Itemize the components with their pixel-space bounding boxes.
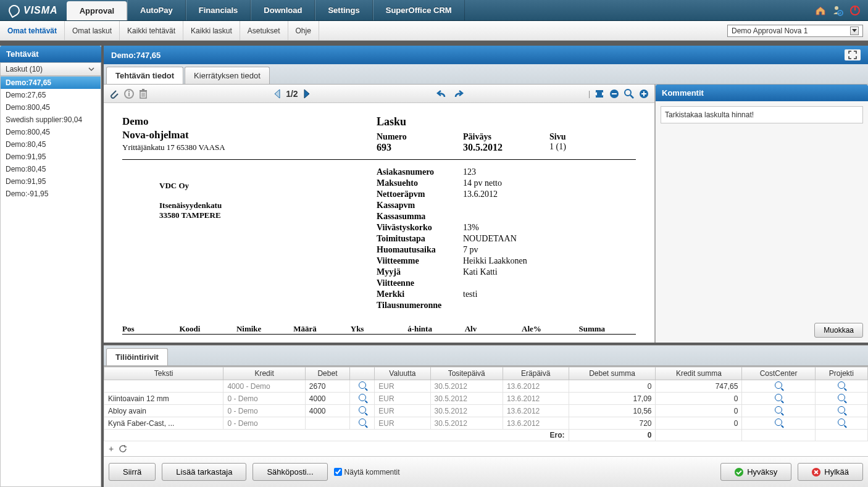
subnav-3[interactable]: Kaikki laskut xyxy=(183,21,240,40)
task-item[interactable]: Demo:27,65 xyxy=(1,89,101,101)
nav-tab-download[interactable]: Download xyxy=(251,0,315,20)
cell[interactable]: 30.5.2012 xyxy=(430,393,503,405)
redo-icon[interactable] xyxy=(452,88,464,99)
prev-page-icon[interactable] xyxy=(272,88,283,99)
home-icon[interactable] xyxy=(815,5,826,16)
lookup-icon[interactable] xyxy=(838,394,845,401)
grid-col[interactable]: Debet summa xyxy=(569,367,656,380)
nav-tab-superoffice-crm[interactable]: SuperOffice CRM xyxy=(373,0,465,20)
fit-width-icon[interactable] xyxy=(594,88,605,99)
doc-tab-0[interactable]: Tehtävän tiedot xyxy=(106,67,183,84)
lookup-icon[interactable] xyxy=(775,394,782,401)
cell[interactable]: 0 xyxy=(656,405,742,417)
task-item[interactable]: Swedish supplier:90,04 xyxy=(1,114,101,126)
user-settings-icon[interactable] xyxy=(832,5,843,16)
cell[interactable]: Abloy avain xyxy=(104,405,223,417)
cell[interactable]: 10,56 xyxy=(569,405,656,417)
task-item[interactable]: Demo:-91,95 xyxy=(1,188,101,200)
power-icon[interactable] xyxy=(849,5,861,16)
subnav-2[interactable]: Kaikki tehtävät xyxy=(120,21,183,40)
cell[interactable]: EUR xyxy=(375,417,430,430)
expand-icon[interactable] xyxy=(845,49,861,60)
task-item[interactable]: Demo:80,45 xyxy=(1,138,101,151)
nav-tab-autopay[interactable]: AutoPay xyxy=(127,0,186,20)
lookup-icon[interactable] xyxy=(775,406,782,414)
task-item[interactable]: Demo:747,65 xyxy=(1,77,101,89)
nav-tab-approval[interactable]: Approval xyxy=(67,1,127,20)
lookup-icon[interactable] xyxy=(359,418,366,426)
cell[interactable]: Kiintoavain 12 mm xyxy=(104,393,223,405)
lookup-icon[interactable] xyxy=(838,381,845,389)
task-item[interactable]: Demo:800,45 xyxy=(1,101,101,114)
lookup-icon[interactable] xyxy=(359,406,366,414)
grid-col[interactable]: Eräpäivä xyxy=(503,367,569,380)
grid-col[interactable]: Teksti xyxy=(104,367,223,380)
cell[interactable]: 0 - Demo xyxy=(223,417,305,430)
cell[interactable]: 747,65 xyxy=(656,380,742,393)
cell[interactable] xyxy=(305,417,349,430)
cell[interactable]: 30.5.2012 xyxy=(430,380,503,393)
task-item[interactable]: Demo:91,95 xyxy=(1,151,101,163)
task-item[interactable]: Demo:91,95 xyxy=(1,175,101,188)
cell[interactable]: EUR xyxy=(375,380,430,393)
approve-button[interactable]: Hyväksy xyxy=(720,463,791,481)
grid-col[interactable]: Kredit summa xyxy=(656,367,742,380)
subnav-0[interactable]: Omat tehtävät xyxy=(0,21,65,40)
lookup-icon[interactable] xyxy=(775,381,782,389)
nav-tab-financials[interactable]: Financials xyxy=(186,0,251,20)
grid-col[interactable] xyxy=(350,367,375,380)
table-row[interactable]: Kiintoavain 12 mm0 - Demo4000EUR30.5.201… xyxy=(104,393,868,405)
lookup-icon[interactable] xyxy=(775,418,782,426)
lookup-icon[interactable] xyxy=(359,381,366,389)
cell[interactable]: 13.6.2012 xyxy=(503,393,569,405)
zoom-in-icon[interactable] xyxy=(638,88,649,99)
task-item[interactable]: Demo:80,45 xyxy=(1,163,101,175)
cell[interactable]: 13.6.2012 xyxy=(503,405,569,417)
cell[interactable]: 13.6.2012 xyxy=(503,417,569,430)
grid-col[interactable]: Kredit xyxy=(223,367,305,380)
lookup-icon[interactable] xyxy=(359,394,366,401)
grid-col[interactable]: Debet xyxy=(305,367,349,380)
table-row[interactable]: 4000 - Demo2670EUR30.5.201213.6.20120747… xyxy=(104,380,868,393)
show-comments-checkbox[interactable]: Näytä kommentit xyxy=(334,468,400,477)
zoom-icon[interactable] xyxy=(624,88,635,99)
cell[interactable]: 0 xyxy=(569,380,656,393)
environment-select[interactable]: Demo Approval Nova 1 xyxy=(727,25,863,37)
show-comments-input[interactable] xyxy=(334,468,342,476)
grid-col[interactable]: Valuutta xyxy=(375,367,430,380)
doc-tab-1[interactable]: Kierrätyksen tiedot xyxy=(185,67,270,84)
lookup-icon[interactable] xyxy=(838,406,845,414)
grid-col[interactable]: Tositepäivä xyxy=(430,367,503,380)
cell[interactable]: EUR xyxy=(375,405,430,417)
table-row[interactable]: Abloy avain0 - Demo4000EUR30.5.201213.6.… xyxy=(104,405,868,417)
cell[interactable]: 17,09 xyxy=(569,393,656,405)
nav-tab-settings[interactable]: Settings xyxy=(315,0,372,20)
next-page-icon[interactable] xyxy=(301,88,312,99)
task-item[interactable]: Demo:800,45 xyxy=(1,126,101,138)
attachment-icon[interactable] xyxy=(109,88,120,99)
grid-col[interactable]: CostCenter xyxy=(742,367,815,380)
reject-button[interactable]: Hylkää xyxy=(798,463,863,481)
cell[interactable]: 0 - Demo xyxy=(223,393,305,405)
cell[interactable]: 0 xyxy=(656,393,742,405)
subnav-4[interactable]: Asetukset xyxy=(240,21,288,40)
table-row[interactable]: Kynä Faber-Cast, ...0 - DemoEUR30.5.2012… xyxy=(104,417,868,430)
subnav-5[interactable]: Ohje xyxy=(288,21,319,40)
undo-icon[interactable] xyxy=(436,88,448,99)
cell[interactable]: 4000 xyxy=(305,393,349,405)
cell[interactable]: 4000 xyxy=(305,405,349,417)
info-icon[interactable] xyxy=(123,88,135,99)
cell[interactable]: 30.5.2012 xyxy=(430,405,503,417)
email-button[interactable]: Sähköposti... xyxy=(252,463,327,481)
cell[interactable]: 2670 xyxy=(305,380,349,393)
add-reviewer-button[interactable]: Lisää tarkastaja xyxy=(162,463,246,481)
add-row-icon[interactable]: + xyxy=(109,444,114,454)
cell[interactable]: 30.5.2012 xyxy=(430,417,503,430)
cell[interactable]: EUR xyxy=(375,393,430,405)
grid-col[interactable]: Projekti xyxy=(815,367,867,380)
subnav-1[interactable]: Omat laskut xyxy=(65,21,120,40)
move-button[interactable]: Siirrä xyxy=(109,463,156,481)
zoom-out-icon[interactable] xyxy=(609,88,620,99)
cell[interactable]: 4000 - Demo xyxy=(223,380,305,393)
cell[interactable]: Kynä Faber-Cast, ... xyxy=(104,417,223,430)
